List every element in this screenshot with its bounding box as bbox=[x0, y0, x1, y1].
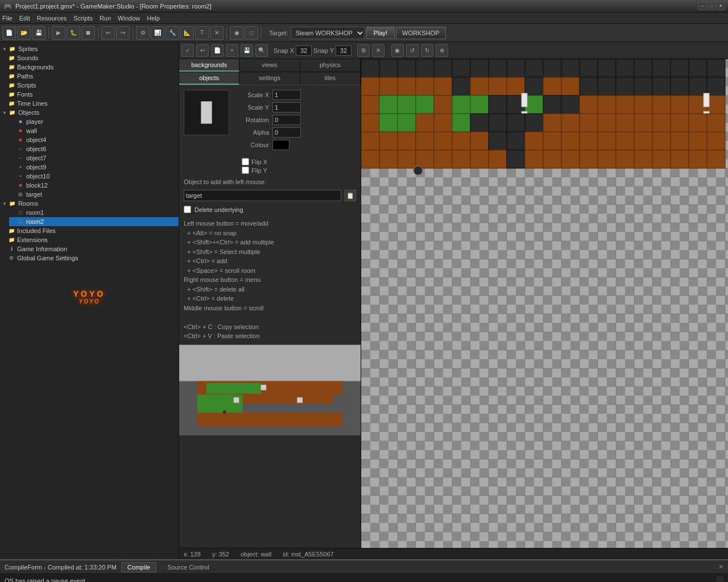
snap-y-input[interactable] bbox=[336, 45, 351, 56]
tb-btn7[interactable]: ◉ bbox=[230, 26, 243, 40]
room-tb-r2[interactable]: ↺ bbox=[406, 44, 419, 57]
tree-paths[interactable]: ▶ 📁 Paths bbox=[0, 72, 179, 81]
tab-objects[interactable]: objects bbox=[179, 72, 239, 85]
tree-obj-wall[interactable]: ▶ ■ wall bbox=[9, 126, 179, 135]
tree-obj-object4[interactable]: ▶ ■ object4 bbox=[9, 135, 179, 144]
snap-x-input[interactable] bbox=[296, 45, 312, 56]
debug-button[interactable]: 🐛 bbox=[67, 26, 80, 40]
obj-browse-button[interactable]: 📋 bbox=[345, 190, 356, 201]
tab-views[interactable]: views bbox=[239, 59, 300, 72]
tree-timelines[interactable]: ▶ 📁 Time Lines bbox=[0, 99, 179, 108]
delete-row: Delete underlying bbox=[179, 203, 361, 215]
tree-obj-block12[interactable]: ▶ ■ block12 bbox=[9, 181, 179, 190]
tab-settings[interactable]: settings bbox=[239, 72, 300, 85]
delete-checkbox[interactable] bbox=[184, 206, 191, 213]
compile-tab-compile[interactable]: Compile bbox=[121, 562, 156, 572]
svg-rect-117 bbox=[580, 132, 598, 150]
flip-y-checkbox[interactable] bbox=[242, 167, 249, 174]
svg-rect-138 bbox=[598, 150, 616, 168]
tree-obj-object9[interactable]: ▶ • object9 bbox=[9, 163, 179, 172]
tree-sprites[interactable]: ▼ 📁 Sprites bbox=[0, 44, 179, 53]
svg-rect-63 bbox=[452, 95, 470, 114]
room-tb-r1[interactable]: ◉ bbox=[391, 44, 404, 57]
tab-backgrounds[interactable]: backgrounds bbox=[179, 59, 239, 72]
redo-button[interactable]: ↪ bbox=[116, 26, 130, 40]
tab-physics[interactable]: physics bbox=[300, 59, 361, 72]
save-button[interactable]: 💾 bbox=[32, 26, 46, 40]
tree-extensions[interactable]: ▶ 📁 Extensions bbox=[0, 235, 179, 244]
maximize-button[interactable]: □ bbox=[708, 2, 715, 10]
tree-objects[interactable]: ▼ 📁 Objects bbox=[0, 108, 179, 117]
svg-rect-87 bbox=[398, 114, 416, 132]
tree-obj-object7[interactable]: ▶ – object7 bbox=[9, 153, 179, 163]
room-tb-cross[interactable]: ✕ bbox=[372, 44, 384, 57]
room-tb-undo[interactable]: ↩ bbox=[196, 44, 209, 57]
compile-close-button[interactable]: ✕ bbox=[718, 563, 723, 571]
compile-scrollbar[interactable] bbox=[717, 576, 723, 582]
menu-help[interactable]: Help bbox=[147, 15, 160, 22]
tree-obj-object10[interactable]: ▶ • object10 bbox=[9, 172, 179, 181]
sprite-box bbox=[184, 90, 229, 135]
tree-game-info[interactable]: ▶ ℹ Game Information bbox=[0, 244, 179, 253]
tb-btn2[interactable]: 📊 bbox=[151, 26, 164, 40]
menu-file[interactable]: File bbox=[2, 15, 13, 22]
run-button[interactable]: ▶ bbox=[52, 26, 65, 40]
tree-backgrounds[interactable]: ▶ 📁 Backgrounds bbox=[0, 63, 179, 72]
tree-room1[interactable]: ▶ □ room1 bbox=[9, 208, 179, 217]
stop-button[interactable]: ⏹ bbox=[81, 26, 95, 40]
svg-rect-58 bbox=[361, 95, 379, 114]
alpha-input[interactable] bbox=[272, 127, 301, 138]
colour-picker[interactable] bbox=[272, 140, 289, 150]
svg-rect-73 bbox=[634, 95, 652, 114]
tb-btn1[interactable]: ⚙ bbox=[136, 26, 150, 40]
tree-obj-player[interactable]: ▶ ■ player bbox=[9, 117, 179, 126]
tree-obj-target[interactable]: ▶ ⊞ target bbox=[9, 190, 179, 199]
menu-resources[interactable]: Resources bbox=[37, 15, 67, 22]
target-dropdown[interactable]: Steam WORKSHOP bbox=[291, 27, 365, 39]
room-tb-search[interactable]: 🔍 bbox=[255, 44, 268, 57]
flip-x-checkbox[interactable] bbox=[242, 158, 249, 165]
tree-global-settings[interactable]: ▶ ⚙ Global Game Settings bbox=[0, 253, 179, 263]
svg-rect-115 bbox=[543, 132, 561, 150]
tb-btn8[interactable]: □ bbox=[245, 26, 258, 40]
room-tb-add[interactable]: + bbox=[226, 44, 238, 57]
room-tb-check[interactable]: ✓ bbox=[181, 44, 194, 57]
tree-sounds[interactable]: ▶ 📁 Sounds bbox=[0, 53, 179, 63]
tree-scripts[interactable]: ▶ 📁 Scripts bbox=[0, 81, 179, 90]
room-tb-new[interactable]: 📄 bbox=[211, 44, 224, 57]
scale-y-input[interactable] bbox=[272, 102, 301, 113]
room-tb-save[interactable]: 💾 bbox=[241, 44, 253, 57]
menu-run[interactable]: Run bbox=[100, 15, 111, 22]
minimize-button[interactable]: ─ bbox=[698, 2, 706, 10]
tb-btn5[interactable]: T bbox=[195, 26, 209, 40]
room-canvas[interactable] bbox=[361, 59, 728, 548]
tree-room2[interactable]: ▶ □ room2 bbox=[9, 217, 179, 226]
tb-btn6[interactable]: ✕ bbox=[210, 26, 224, 40]
menu-window[interactable]: Window bbox=[118, 15, 140, 22]
tree-rooms[interactable]: ▼ 📁 Rooms bbox=[0, 199, 179, 208]
menu-edit[interactable]: Edit bbox=[19, 15, 30, 22]
tb-btn3[interactable]: 🔧 bbox=[166, 26, 179, 40]
open-button[interactable]: 📂 bbox=[17, 26, 31, 40]
undo-button[interactable]: ↩ bbox=[101, 26, 115, 40]
close-button[interactable]: ✕ bbox=[717, 2, 725, 10]
scale-x-input[interactable] bbox=[272, 90, 301, 100]
tb-btn4[interactable]: 📐 bbox=[180, 26, 194, 40]
new-button[interactable]: 📄 bbox=[2, 26, 16, 40]
workshop-button[interactable]: WORKSHOP bbox=[396, 27, 445, 39]
svg-rect-55 bbox=[671, 77, 689, 95]
rotation-input[interactable] bbox=[272, 115, 301, 125]
play-button[interactable]: Play! bbox=[366, 27, 395, 39]
tree-included-files[interactable]: ▶ 📁 Included Files bbox=[0, 226, 179, 235]
room-tb-r4[interactable]: ⊕ bbox=[436, 44, 448, 57]
room-tb-grid[interactable]: ⊞ bbox=[357, 44, 370, 57]
svg-rect-27 bbox=[525, 59, 543, 77]
tree-obj-object6[interactable]: ▶ – object6 bbox=[9, 144, 179, 153]
room-tb-r3[interactable]: ↻ bbox=[421, 44, 433, 57]
svg-rect-129 bbox=[434, 150, 452, 168]
obj-input[interactable] bbox=[184, 190, 341, 201]
tab-tiles[interactable]: tiles bbox=[300, 72, 361, 85]
menu-scripts[interactable]: Scripts bbox=[73, 15, 93, 22]
compile-tab-source[interactable]: Source Control bbox=[161, 562, 215, 572]
tree-fonts[interactable]: ▶ 📁 Fonts bbox=[0, 90, 179, 99]
